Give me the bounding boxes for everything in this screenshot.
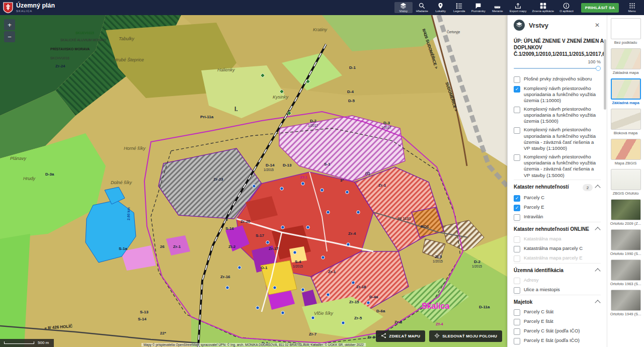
checkbox-icon[interactable] (514, 246, 520, 252)
layer-item-parcely-c-t-t[interactable]: Parcely C štát (514, 307, 601, 317)
layer-item-parcely-e[interactable]: ✓Parcely E (514, 203, 601, 212)
map-label: D-4a (369, 295, 378, 299)
checkbox-icon[interactable] (514, 214, 520, 221)
opacity-slider[interactable] (514, 66, 601, 71)
layer-group-kataster-nehnute-nost-online: Kataster nehnuteľností ONLINEKatastrálna… (514, 222, 601, 263)
group-header[interactable]: Majetok (514, 295, 601, 307)
menu-icon (629, 3, 635, 9)
layer-label: Parcely E (524, 204, 544, 210)
basemap-item-ortofoto-1963-s[interactable]: Ortofoto 1963 (S... (609, 259, 642, 286)
map-label: D-3a (45, 172, 54, 177)
checkbox-icon[interactable] (514, 328, 520, 335)
checkbox-icon[interactable] (514, 127, 520, 134)
tool-label: Export mapy (510, 10, 527, 13)
chevron-up-icon[interactable] (595, 300, 600, 306)
layer-label: Katastrálna mapa (524, 236, 561, 242)
menu-button[interactable]: Menu (623, 2, 641, 13)
tool-info[interactable]: O aplikácii (557, 2, 576, 13)
zoom-in-button[interactable]: + (4, 19, 15, 30)
share-map-button[interactable]: ZDIEĽAŤ MAPU (376, 330, 425, 342)
group-header[interactable]: ÚP: ÚPLNÉ ZNENIE V ZNENÍ ZMIEN A DOPLNKO… (514, 34, 601, 59)
chevron-up-icon[interactable] (595, 227, 600, 233)
basemap-label: Základná mapa (609, 70, 642, 75)
basemap-item-ortofoto-1990-s[interactable]: Ortofoto 1990 (S... (609, 229, 642, 256)
basemap-item-ortofoto-1949-s[interactable]: Ortofoto 1949 (S... (609, 290, 642, 316)
basemap-item-blokov-mapa[interactable]: Bloková mapa (609, 109, 642, 135)
layer-item-katastr-lna-mapa[interactable]: Katastrálna mapa (514, 234, 601, 244)
export-icon (515, 3, 521, 9)
tool-notes[interactable]: Poznámky (469, 2, 488, 13)
basemap-item-bez-podkladu[interactable]: Bez podkladu (609, 18, 642, 45)
tool-apps[interactable]: Zmena aplikácie (529, 2, 556, 13)
tool-legend[interactable]: Legenda (450, 2, 468, 13)
tool-search[interactable]: Hľadanie (413, 2, 431, 13)
layer-item-ulice-a-miestopis[interactable]: Ulice a miestopis (514, 285, 601, 295)
basemap-item-zbgis-ortofoto[interactable]: ZBGIS Ortofoto (609, 169, 642, 196)
layer-item-parcely-e-t-t-pod-a-i-o[interactable]: Parcely E štát (podľa IČO) (514, 336, 601, 345)
layer-item-katastr-lna-mapa-parcely-c[interactable]: Katastrálna mapa parcely C (514, 244, 601, 253)
layer-group-kataster-nehnute-nost: Kataster nehnuteľností2✓Parcely C✓Parcel… (514, 180, 601, 222)
checkbox-icon[interactable] (514, 309, 520, 316)
slider-handle[interactable] (596, 66, 601, 71)
map-label: Zr-18 (356, 285, 366, 289)
group-header[interactable]: Kataster nehnuteľností ONLINE (514, 222, 601, 234)
basemap-thumbnail (611, 139, 641, 160)
layer-item-parcely-c-kraj[interactable]: Parcely C kraj (514, 345, 601, 346)
checkbox-checked-icon[interactable]: ✓ (514, 86, 520, 93)
layer-item-komplexn-n-vrh-priestorov-ho-u[interactable]: Komplexný návrh priestorového usporiadan… (514, 126, 601, 153)
checkbox-icon[interactable] (514, 76, 520, 83)
checkbox-checked-icon[interactable]: ✓ (514, 195, 520, 202)
checkbox-icon[interactable] (514, 236, 520, 243)
checkbox-icon[interactable] (514, 255, 520, 262)
close-icon[interactable]: ✕ (594, 21, 601, 30)
checkbox-checked-icon[interactable]: ✓ (514, 205, 520, 211)
map-label: D-4 (347, 90, 354, 94)
basemap-item-mapa-zbgis[interactable]: Mapa ZBGIS (609, 139, 642, 165)
layer-item-intravil-n[interactable]: Intravilán (514, 212, 601, 222)
layer-item-plo-n-prvky-zdrojov-ho-s-boru[interactable]: Plošné prvky zdrojového súboru (514, 74, 601, 84)
map-label: Zr-8 (394, 320, 402, 324)
basemap-item-z-kladn-mapa[interactable]: Základná mapa (609, 48, 642, 75)
checkbox-icon[interactable] (514, 319, 520, 325)
chevron-up-icon[interactable] (595, 269, 600, 274)
map-actions: ZDIEĽAŤ MAPU SLEDOVAŤ MOJU POLOHU (376, 330, 502, 342)
tool-pin[interactable]: Lokality (432, 2, 450, 13)
layer-item-komplexn-n-vrh-priestorov-ho-u[interactable]: Komplexný návrh priestorového usporiadan… (514, 153, 601, 180)
tool-measure[interactable]: Meranie (489, 2, 507, 13)
checkbox-icon[interactable] (514, 278, 520, 284)
checkbox-icon[interactable] (514, 287, 520, 294)
scale-line (4, 341, 34, 344)
group-header[interactable]: Územná identifikácia (514, 263, 601, 276)
layer-item-komplexn-n-vrh-priestorov-ho-u[interactable]: ✓Komplexný návrh priestorového usporiada… (514, 84, 601, 105)
group-header[interactable]: Kataster nehnuteľností2 (514, 180, 601, 193)
panel-scrollbar[interactable] (604, 39, 606, 110)
basemap-label: Ortofoto 1990 (S... (609, 251, 642, 256)
basemap-label: Bez podkladu (609, 40, 642, 45)
layer-item-parcely-c-t-t-pod-a-i-o[interactable]: Parcely C štát (podľa IČO) (514, 326, 601, 336)
basemap-thumbnail (611, 199, 641, 220)
login-button[interactable]: PRIHLÁSIŤ SA (581, 3, 619, 13)
layer-item-katastr-lna-mapa-parcely-e[interactable]: Katastrálna mapa parcely E (514, 253, 601, 263)
layer-item-parcely-c[interactable]: ✓Parcely C (514, 193, 601, 203)
layer-item-parcely-e-t-t[interactable]: Parcely E štát (514, 317, 601, 326)
map-canvas[interactable]: SKUEV0315SKALICKÉ ALUVIUM MORAVYPRÍSTAVI… (0, 15, 507, 347)
zoom-out-button[interactable]: − (4, 31, 15, 42)
map-label: 1/2015 (472, 265, 482, 268)
app-brand[interactable]: Územný plán SKALICA (3, 2, 78, 13)
map-label: Zr-8 (367, 335, 375, 339)
basemap-item-ortofoto-2009-z[interactable]: Ortofoto 2009 (Z... (609, 199, 642, 226)
tool-label: Legenda (453, 10, 465, 13)
follow-location-button[interactable]: SLEDOVAŤ MOJU POLOHU (429, 330, 502, 342)
map-label: Skalica (422, 302, 449, 311)
basemap-item-z-kladn-mapa[interactable]: Základná mapa (609, 78, 642, 105)
checkbox-icon[interactable] (514, 107, 520, 113)
tool-export[interactable]: Export mapy (507, 2, 529, 13)
chevron-up-icon[interactable] (595, 185, 600, 191)
checkbox-icon[interactable] (514, 338, 520, 344)
opacity-control: 100 % (514, 59, 601, 74)
layer-item-komplexn-n-vrh-priestorov-ho-u[interactable]: Komplexný návrh priestorového usporiadan… (514, 105, 601, 125)
checkbox-icon[interactable] (514, 154, 520, 161)
app-title: Územný plán (16, 3, 55, 9)
layer-item-adresy[interactable]: Adresy (514, 276, 601, 285)
tool-layers[interactable]: Vrstvy (394, 2, 413, 13)
